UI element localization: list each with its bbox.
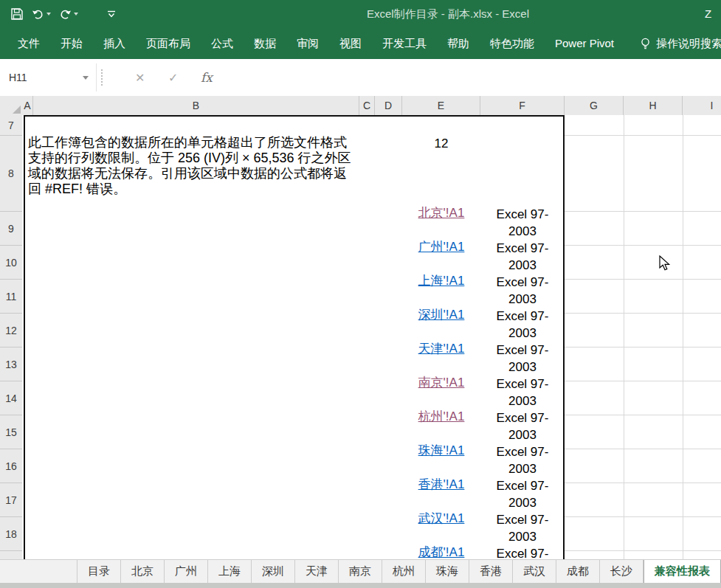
ribbon-tab[interactable]: 公式 [201, 28, 244, 59]
sheet-tab[interactable]: 武汉 [513, 560, 556, 583]
report-row: 上海'!A1 Excel 97-2003 [402, 274, 565, 308]
row-header[interactable]: 13 [0, 347, 22, 381]
enter-icon[interactable]: ✓ [168, 59, 178, 96]
column-header[interactable]: F [480, 96, 565, 115]
cancel-icon[interactable]: ✕ [135, 59, 145, 96]
row-header[interactable]: 18 [0, 517, 22, 551]
ribbon-tab[interactable]: Power Pivot [545, 28, 624, 59]
sheet-link[interactable]: 深圳'!A1 [418, 308, 465, 322]
save-icon [10, 7, 24, 21]
select-all-corner[interactable] [0, 96, 23, 116]
sheet-tab[interactable]: 兼容性报表 [644, 560, 721, 583]
report-row: 天津'!A1 Excel 97-2003 [402, 342, 565, 376]
link-cell: 南京'!A1 [402, 376, 480, 390]
format-cell: Excel 97-2003 [480, 443, 565, 477]
sheet-tab[interactable]: 成都 [556, 560, 600, 583]
ribbon-tab[interactable]: 开发工具 [372, 28, 437, 59]
report-row: 成都'!A1 Excel 97-2003 [402, 545, 565, 559]
ribbon-tab[interactable]: 特色功能 [480, 28, 545, 59]
sheet-link[interactable]: 天津'!A1 [418, 342, 465, 356]
row-header-column: 7 8 9 10 11 12 13 14 15 16 17 18 [0, 115, 23, 559]
insert-function-icon[interactable]: fx [201, 59, 213, 96]
format-cell: Excel 97-2003 [480, 511, 565, 545]
column-header[interactable]: G [565, 96, 624, 115]
sheet-link[interactable]: 武汉'!A1 [418, 511, 465, 525]
format-text: Excel 97-2003 [487, 511, 558, 545]
ribbon-tab[interactable]: 插入 [93, 28, 136, 59]
save-button[interactable] [10, 7, 24, 21]
format-text: Excel 97-2003 [487, 376, 558, 409]
format-cell: Excel 97-2003 [480, 342, 565, 376]
format-cell: Excel 97-2003 [480, 206, 565, 240]
row-header[interactable]: 14 [0, 381, 22, 415]
ribbon-tab[interactable]: 帮助 [437, 28, 480, 59]
column-header[interactable]: E [402, 96, 480, 115]
sheet-link[interactable]: 上海'!A1 [418, 274, 465, 288]
sheet-link[interactable]: 珠海'!A1 [418, 443, 465, 457]
sheet-tab[interactable]: 珠海 [426, 560, 469, 583]
sheet-link[interactable]: 香港'!A1 [418, 477, 465, 491]
row-header[interactable]: 8 [0, 136, 22, 212]
report-row: 深圳'!A1 Excel 97-2003 [402, 308, 565, 342]
column-header[interactable]: B [33, 96, 359, 115]
sheet-tab[interactable]: 深圳 [252, 560, 295, 583]
format-text: Excel 97-2003 [487, 443, 558, 477]
sheet-link[interactable]: 南京'!A1 [418, 376, 465, 390]
sheet-link[interactable]: 杭州'!A1 [418, 409, 465, 423]
ribbon-tab[interactable]: 文件 [7, 28, 50, 59]
sheet-tab[interactable]: 天津 [295, 560, 339, 583]
account-badge[interactable]: Z [705, 0, 711, 28]
cells-area[interactable]: 此工作簿包含的数据所在的单元格超出了所选文件格式支持的行列数限制。位于 256 … [22, 115, 721, 559]
undo-dropdown-icon[interactable] [46, 13, 51, 15]
row-header[interactable]: 10 [0, 246, 22, 280]
format-cell: Excel 97-2003 [480, 308, 565, 342]
formula-input[interactable] [230, 59, 721, 95]
format-cell: Excel 97-2003 [480, 376, 565, 409]
sheet-link[interactable]: 广州'!A1 [418, 240, 465, 254]
column-header[interactable]: I [683, 96, 721, 115]
redo-dropdown-icon[interactable] [74, 13, 78, 15]
column-header[interactable]: D [375, 96, 402, 115]
sheet-tab[interactable]: 北京 [121, 560, 165, 583]
sheet-tab[interactable]: 香港 [469, 560, 513, 583]
undo-button[interactable] [32, 9, 51, 20]
row-header[interactable]: 7 [0, 115, 22, 136]
row-header[interactable]: 12 [0, 314, 22, 347]
column-header[interactable]: A [22, 96, 33, 115]
ribbon-tab[interactable]: 开始 [50, 28, 93, 59]
format-text: Excel 97-2003 [487, 240, 558, 274]
sheet-link[interactable]: 成都'!A1 [418, 545, 465, 559]
formula-bar-divider[interactable] [101, 69, 103, 86]
tell-me-search[interactable]: 操作说明搜索 [640, 28, 721, 59]
row-header[interactable]: 16 [0, 449, 22, 483]
sheet-tab[interactable]: 目录 [77, 560, 121, 583]
horizontal-scrollbar[interactable] [0, 583, 721, 588]
column-header[interactable]: H [624, 96, 683, 115]
name-box-value[interactable]: H11 [0, 72, 83, 83]
sheet-tab[interactable]: 杭州 [382, 560, 426, 583]
row-header[interactable]: 17 [0, 483, 22, 517]
sheet-link[interactable]: 北京'!A1 [418, 206, 465, 220]
ribbon-tab[interactable]: 视图 [329, 28, 372, 59]
sheet-tab[interactable]: 上海 [208, 560, 252, 583]
row-header[interactable]: 9 [0, 212, 22, 246]
report-row: 武汉'!A1 Excel 97-2003 [402, 511, 565, 545]
ribbon-tab[interactable]: 页面布局 [136, 28, 201, 59]
ribbon-tab[interactable]: 审阅 [286, 28, 329, 59]
redo-button[interactable] [59, 9, 78, 20]
column-header[interactable]: C [359, 96, 375, 115]
ribbon-tab[interactable]: 数据 [244, 28, 286, 59]
sheet-tab[interactable]: 广州 [165, 560, 208, 583]
qat-customize-button[interactable] [107, 10, 116, 18]
format-cell: Excel 97-2003 [480, 477, 565, 511]
sheet-tab[interactable]: 南京 [339, 560, 382, 583]
name-box[interactable]: H11 [0, 63, 97, 91]
sheet-tab[interactable]: 长沙 [600, 560, 644, 583]
link-cell: 北京'!A1 [402, 206, 480, 221]
quick-access-toolbar [10, 0, 116, 28]
format-text: Excel 97-2003 [487, 206, 558, 240]
row-header[interactable]: 11 [0, 280, 22, 314]
name-box-dropdown-icon[interactable] [83, 76, 89, 80]
qat-customize-icon [107, 10, 116, 18]
row-header[interactable]: 15 [0, 415, 22, 449]
